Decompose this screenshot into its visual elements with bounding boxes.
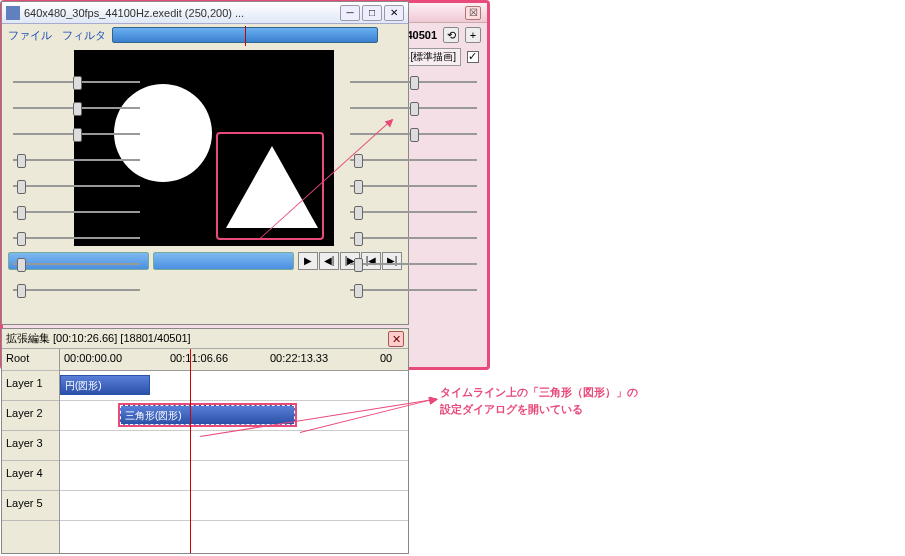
scrub-range-2[interactable] bbox=[153, 252, 294, 270]
layer-label-5[interactable]: Layer 5 bbox=[2, 491, 59, 521]
slider-left[interactable] bbox=[9, 74, 144, 90]
layer-label-1[interactable]: Layer 1 bbox=[2, 371, 59, 401]
timeline-titlebar[interactable]: 拡張編集 [00:10:26.66] [18801/40501] ✕ bbox=[2, 329, 408, 349]
track-row-3[interactable] bbox=[60, 431, 408, 461]
slider-left[interactable] bbox=[9, 178, 144, 194]
annotation-text: タイムライン上の「三角形（図形）」の 設定ダイアログを開いている bbox=[440, 384, 638, 417]
track-row-2[interactable]: 三角形(図形) bbox=[60, 401, 408, 431]
timeline-tracks[interactable]: 00:00:00.00 00:11:06.66 00:22:13.33 00 円… bbox=[60, 349, 408, 553]
track-row-4[interactable] bbox=[60, 461, 408, 491]
maximize-button[interactable]: □ bbox=[362, 5, 382, 21]
track-row-5[interactable] bbox=[60, 491, 408, 521]
menu-filter[interactable]: フィルタ bbox=[62, 28, 106, 43]
timeline-close-button[interactable]: ✕ bbox=[388, 331, 404, 347]
slider-right[interactable] bbox=[346, 256, 481, 272]
slider-right[interactable] bbox=[346, 126, 481, 142]
refresh-icon[interactable]: ⟲ bbox=[443, 27, 459, 43]
slider-left[interactable] bbox=[9, 282, 144, 298]
timeline-root[interactable]: Root bbox=[2, 349, 59, 371]
slider-left[interactable] bbox=[9, 204, 144, 220]
slider-right[interactable] bbox=[346, 100, 481, 116]
slider-left[interactable] bbox=[9, 152, 144, 168]
ruler-tick: 00:22:13.33 bbox=[270, 352, 328, 364]
slider-right[interactable] bbox=[346, 74, 481, 90]
minimize-button[interactable]: ─ bbox=[340, 5, 360, 21]
layer-label-2[interactable]: Layer 2 bbox=[2, 401, 59, 431]
layer-label-4[interactable]: Layer 4 bbox=[2, 461, 59, 491]
timeline-ruler[interactable]: 00:00:00.00 00:11:06.66 00:22:13.33 00 bbox=[60, 349, 408, 371]
dialog-close-button[interactable]: ☒ bbox=[465, 6, 481, 20]
frame-end: 40501 bbox=[406, 29, 437, 41]
slider-right[interactable] bbox=[346, 282, 481, 298]
frame-seek-slider[interactable] bbox=[112, 27, 379, 43]
shape-triangle-selected[interactable] bbox=[216, 132, 324, 240]
slider-left[interactable] bbox=[9, 126, 144, 142]
layer-label-3[interactable]: Layer 3 bbox=[2, 431, 59, 461]
track-row-1[interactable]: 円(図形) bbox=[60, 371, 408, 401]
slider-right[interactable] bbox=[346, 152, 481, 168]
playhead[interactable] bbox=[190, 349, 191, 553]
slider-right[interactable] bbox=[346, 230, 481, 246]
add-icon[interactable]: + bbox=[465, 27, 481, 43]
app-icon bbox=[6, 6, 20, 20]
ruler-tick: 00 bbox=[380, 352, 392, 364]
window-title: 640x480_30fps_44100Hz.exedit (250,200) .… bbox=[24, 7, 336, 19]
slider-left[interactable] bbox=[9, 100, 144, 116]
play-button[interactable]: ▶ bbox=[298, 252, 318, 270]
ruler-tick: 00:00:00.00 bbox=[64, 352, 122, 364]
ruler-tick: 00:11:06.66 bbox=[170, 352, 228, 364]
clip-circle[interactable]: 円(図形) bbox=[60, 375, 150, 395]
slider-left[interactable] bbox=[9, 256, 144, 272]
menu-file[interactable]: ファイル bbox=[8, 28, 52, 43]
section-enable-checkbox[interactable] bbox=[467, 51, 479, 63]
slider-left[interactable] bbox=[9, 230, 144, 246]
slider-right[interactable] bbox=[346, 204, 481, 220]
clip-triangle[interactable]: 三角形(図形) bbox=[120, 405, 295, 425]
timeline-title: 拡張編集 [00:10:26.66] [18801/40501] bbox=[6, 331, 191, 346]
slider-right[interactable] bbox=[346, 178, 481, 194]
step-back-button[interactable]: ◀| bbox=[319, 252, 339, 270]
timeline-window: 拡張編集 [00:10:26.66] [18801/40501] ✕ Root … bbox=[1, 328, 409, 554]
main-titlebar[interactable]: 640x480_30fps_44100Hz.exedit (250,200) .… bbox=[2, 2, 408, 24]
timeline-layer-labels: Root Layer 1 Layer 2 Layer 3 Layer 4 Lay… bbox=[2, 349, 60, 553]
close-button[interactable]: ✕ bbox=[384, 5, 404, 21]
seek-marker bbox=[245, 26, 246, 46]
